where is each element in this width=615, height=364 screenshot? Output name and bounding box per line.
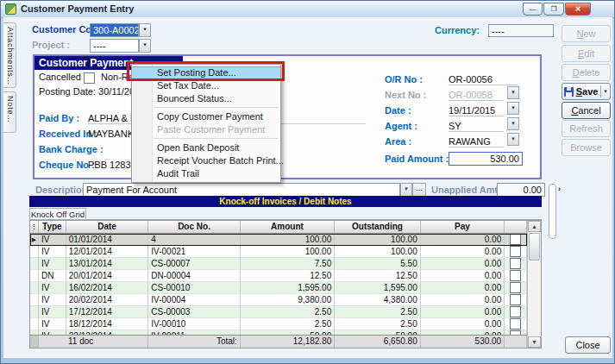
cell-checkbox: [505, 270, 527, 282]
menu-item-set-tax-date[interactable]: Set Tax Date...: [132, 79, 280, 92]
footer-total-label: Total:: [148, 336, 240, 348]
or-field-group: O/R No :OR-00056Next No :OR-00058▼Date :…: [385, 71, 540, 174]
edit-button: Edit: [562, 45, 611, 62]
side-tab-attachments[interactable]: Attachments...: [3, 22, 16, 88]
field-label: Paid Amount :: [385, 154, 449, 164]
unapplied-amt-field: 0.00: [497, 183, 545, 197]
description-input[interactable]: Payment For Account: [83, 183, 400, 197]
save-button[interactable]: Save▼: [562, 83, 611, 100]
table-row[interactable]: IV12/01/2014IV-00021100.00100.000.00: [30, 246, 527, 258]
column-header-type[interactable]: Type: [39, 221, 66, 233]
column-header-date[interactable]: Date: [66, 221, 149, 233]
knockoff-checkbox[interactable]: [510, 282, 521, 293]
cell-amount: 1,595.00: [241, 282, 335, 294]
knockoff-checkbox[interactable]: [510, 306, 521, 317]
knockoff-checkbox[interactable]: [510, 270, 521, 281]
dropdown-icon[interactable]: ▼: [507, 117, 519, 130]
column-header-docno[interactable]: Doc No.: [148, 221, 240, 233]
cell-type: IV: [39, 282, 66, 294]
currency-field[interactable]: ----: [488, 24, 554, 37]
cell-outstanding: 2.50: [335, 318, 420, 330]
cell-pay: 0.00: [421, 258, 505, 270]
knockoff-grid: ⋮TypeDateDoc No.AmountOutstandingPay ▶IV…: [29, 220, 542, 348]
field-label: Received In :: [39, 129, 88, 139]
knockoff-checkbox[interactable]: [510, 294, 521, 305]
field-value[interactable]: SY: [449, 121, 504, 132]
table-row[interactable]: IV18/12/2014IV-000102.502.500.00: [30, 318, 527, 330]
menu-item-bounced-status[interactable]: Bounced Status...: [132, 92, 280, 105]
description-ellipsis-button[interactable]: ...: [412, 183, 426, 197]
knockoff-checkbox[interactable]: [510, 318, 521, 329]
grid-scrollbar[interactable]: ▲ ▼: [527, 221, 541, 348]
table-row[interactable]: ▶IV01/01/20144100.00100.000.00: [30, 234, 527, 246]
cancelled-label: Cancelled: [39, 72, 81, 82]
customer-code-input[interactable]: 300-A0002: [90, 23, 139, 37]
footer-total-amount: 12,182.80: [241, 336, 335, 348]
dropdown-icon[interactable]: ▼: [507, 86, 519, 99]
dropdown-icon[interactable]: ▼: [507, 102, 519, 115]
scrollbar-thumb[interactable]: [529, 233, 540, 260]
cell-type: IV: [39, 246, 66, 258]
menu-item-receipt-voucher-batch-print[interactable]: Receipt Voucher Batch Print...: [132, 154, 280, 167]
tab-knock-off-grid[interactable]: Knock Off Grid: [29, 208, 86, 220]
table-row[interactable]: DN20/01/2014DN-0000412.5012.500.00: [30, 270, 527, 282]
menu-item-audit-trail[interactable]: Audit Trail: [132, 167, 280, 180]
table-row[interactable]: IV20/02/2014IV-000049,380.004,380.000.00: [30, 294, 527, 306]
cell-checkbox: [505, 318, 527, 330]
context-menu: Set Posting Date...Set Tax Date...Bounce…: [131, 64, 281, 183]
cell-checkbox: [505, 294, 527, 306]
knockoff-checkbox[interactable]: [510, 258, 521, 269]
close-window-button[interactable]: ✕: [565, 3, 591, 16]
menu-item-set-posting-date[interactable]: Set Posting Date...: [132, 66, 280, 79]
cell-checkbox: [505, 234, 527, 246]
cancelled-checkbox[interactable]: [84, 72, 95, 84]
expand-chevron-icon[interactable]: ›: [558, 185, 561, 193]
scroll-down-icon[interactable]: ▼: [528, 336, 541, 348]
field-label: Paid By :: [39, 113, 88, 123]
table-row[interactable]: IV17/12/2014CS-000032.502.500.00: [30, 306, 527, 318]
column-header-amount[interactable]: Amount: [241, 221, 335, 233]
menu-separator: [154, 138, 278, 139]
cell-checkbox: [505, 246, 527, 258]
dropdown-icon[interactable]: ▼: [507, 133, 519, 146]
minimize-button[interactable]: —: [523, 3, 543, 16]
field-value[interactable]: 19/11/2015: [449, 105, 504, 116]
currency-label: Currency:: [435, 25, 480, 35]
menu-item-copy-customer-payment[interactable]: Copy Customer Payment: [132, 110, 280, 123]
maximize-button[interactable]: ❐: [543, 3, 564, 16]
menu-item-open-bank-deposit[interactable]: Open Bank Deposit: [132, 141, 280, 154]
cell-outstanding: 4,380.00: [335, 294, 420, 306]
footer-indicator: [30, 336, 39, 348]
delete-button: Delete: [562, 64, 611, 81]
close-button[interactable]: Close: [565, 336, 611, 354]
knockoff-checkbox[interactable]: [510, 246, 521, 257]
window-title: Customer Payment Entry: [21, 3, 134, 14]
row-indicator: [30, 318, 39, 330]
customer-code-dropdown-icon[interactable]: ▼: [139, 23, 151, 37]
save-floppy-icon: [564, 87, 574, 97]
save-dropdown-icon[interactable]: ▼: [603, 84, 608, 99]
cell-checkbox: [505, 282, 527, 294]
project-dropdown-icon[interactable]: ▼: [139, 39, 151, 53]
field-value[interactable]: OR-00058: [449, 90, 504, 101]
knockoff-checkbox[interactable]: [510, 234, 521, 245]
cell-pay: 0.00: [421, 306, 505, 318]
cell-amount: 2.50: [241, 306, 335, 318]
cell-pay: 0.00: [421, 318, 505, 330]
titlebar[interactable]: Customer Payment Entry — ❐ ✕: [1, 1, 614, 18]
field-value[interactable]: RAWANG: [449, 136, 504, 147]
field-value[interactable]: MAYBANK: [88, 129, 134, 139]
table-row[interactable]: IV16/02/2014CS-000101,595.001,595.000.00: [30, 282, 527, 294]
cell-type: IV: [39, 294, 66, 306]
scroll-up-icon[interactable]: ▲: [528, 221, 541, 232]
column-header-outstanding[interactable]: Outstanding: [335, 221, 421, 233]
project-input[interactable]: ----: [90, 39, 139, 53]
panel-splitter-handle[interactable]: [549, 184, 556, 239]
description-dropdown-icon[interactable]: ▼: [400, 183, 412, 197]
column-header-pay[interactable]: Pay: [421, 221, 505, 233]
side-tab-note[interactable]: Note...: [3, 91, 16, 133]
cancel-button[interactable]: Cancel: [562, 102, 611, 119]
table-row[interactable]: IV13/01/2014CS-000077.505.500.00: [30, 258, 527, 270]
paid-amount-input[interactable]: 530.00: [449, 152, 523, 166]
menu-item-paste-customer-payment: Paste Customer Payment: [132, 123, 280, 136]
